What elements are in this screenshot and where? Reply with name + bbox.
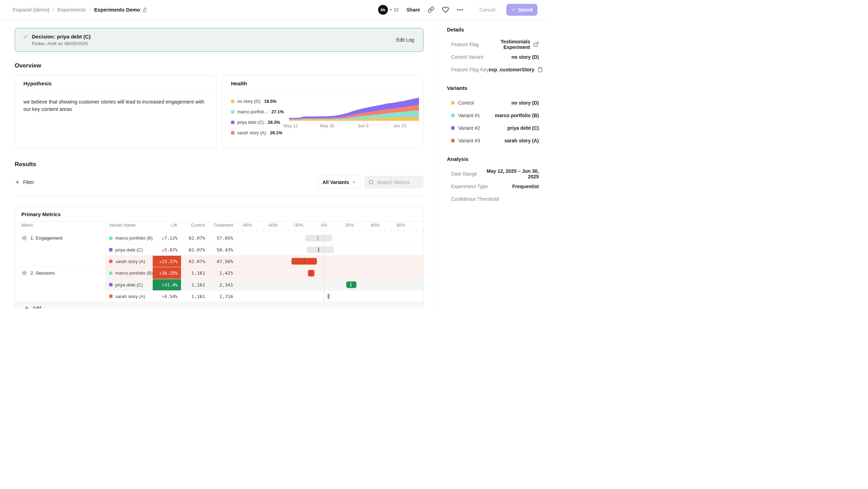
col-variant: Variant Name xyxy=(106,222,153,232)
lift-value: ↓16.25% xyxy=(153,267,181,279)
details-sidebar: Details Feature Flag Testimonials Experi… xyxy=(437,20,548,309)
treatment-value: 1,716 xyxy=(209,291,237,302)
check-icon xyxy=(511,7,516,12)
legend-swatch xyxy=(231,110,234,114)
treatment-value: 58.43% xyxy=(209,244,237,255)
legend-swatch xyxy=(231,131,234,135)
health-legend: no story (D): 18.5% marco portfoli...: 2… xyxy=(231,96,289,141)
lift-value: ↓7.12% xyxy=(153,232,181,244)
table-row[interactable]: marco portfolio (B) ↓16.25% 1,161 1,425 xyxy=(106,267,424,279)
analysis-row: Confidence Threshold xyxy=(447,193,539,205)
main-content: Decision: priya debt (C) Picker, Amit on… xyxy=(0,20,437,309)
edit-log-button[interactable]: Edit Log xyxy=(396,37,414,43)
search-metrics-input[interactable] xyxy=(377,179,419,185)
metric-target-icon xyxy=(21,270,27,276)
table-row[interactable]: priya debt (C) ↑31.4% 1,161 2,341 xyxy=(106,279,424,290)
table-footer: Add xyxy=(15,302,423,309)
search-metrics-box[interactable] xyxy=(364,176,424,189)
saved-button[interactable]: Saved xyxy=(506,4,537,16)
variant-swatch xyxy=(451,139,455,142)
point-estimate xyxy=(311,271,311,275)
decision-banner: Decision: priya debt (C) Picker, Amit on… xyxy=(15,28,424,52)
microscope-icon xyxy=(142,7,148,13)
health-x-axis: May 12 May 26 Jun 9 Jun 23 xyxy=(289,122,419,128)
cancel-button[interactable]: Cancel xyxy=(473,4,502,16)
confidence-interval-cell xyxy=(237,244,424,255)
control-variant-value: no story (D) xyxy=(483,54,539,60)
control-value: 62.07% xyxy=(181,256,209,267)
x-tick-label: Jun 23 xyxy=(393,123,406,128)
favorite-button[interactable] xyxy=(442,6,449,13)
variant-row: Variant #3 sarah story (A) xyxy=(447,134,539,147)
confidence-interval-bar xyxy=(308,270,315,276)
confidence-interval-cell xyxy=(237,232,424,244)
collaborators-count[interactable]: + 12 xyxy=(390,7,399,12)
variant-swatch xyxy=(109,260,113,263)
axis-header: -90% -60% -30% 0% 30% 60% 90% xyxy=(237,222,424,232)
external-link-icon[interactable] xyxy=(533,42,539,47)
stacked-area-chart xyxy=(289,96,419,122)
variant-swatch xyxy=(109,295,113,298)
lift-value: ↑4.54% xyxy=(153,291,181,302)
confidence-interval-cell xyxy=(237,291,424,302)
variants-section: Variants Control no story (D) Variant #1… xyxy=(447,85,539,147)
add-filter-button[interactable]: Filter xyxy=(15,179,34,185)
breadcrumb-current: Experiments Demo xyxy=(94,7,147,13)
confidence-interval-bar xyxy=(291,258,317,265)
results-heading: Results xyxy=(15,161,424,168)
divider xyxy=(15,196,424,196)
confidence-interval-cell xyxy=(237,279,424,290)
variant-swatch xyxy=(109,248,113,251)
table-row[interactable]: marco portfolio (B) ↓7.12% 62.07% 57.65% xyxy=(106,232,424,244)
copy-link-button[interactable] xyxy=(428,6,434,13)
decision-subtitle: Picker, Amit on 08/05/2025 xyxy=(32,41,396,46)
point-estimate xyxy=(328,294,329,299)
variants-dropdown[interactable]: All Variants xyxy=(318,176,361,189)
overview-heading: Overview xyxy=(15,62,424,69)
metric-target-icon xyxy=(21,235,27,241)
legend-item: marco portfoli...: 27.1% xyxy=(231,109,289,114)
chevron-down-icon xyxy=(352,180,356,184)
lift-value: ↑31.4% xyxy=(153,279,181,290)
confidence-interval-cell xyxy=(237,267,424,279)
confidence-interval-bar xyxy=(307,247,334,253)
table-row[interactable]: sarah story (A) ↑4.54% 1,161 1,716 xyxy=(106,290,424,302)
control-value: 62.07% xyxy=(181,232,209,244)
detail-row: Feature Flag Testimonials Experiment xyxy=(447,38,539,51)
confidence-interval-bar xyxy=(326,293,331,300)
detail-row: Control Variant no story (D) xyxy=(447,51,539,63)
clipboard-copy-icon[interactable] xyxy=(537,67,543,72)
table-row[interactable]: sarah story (A) ↓23.37% 62.07% 47.56% xyxy=(106,255,424,267)
metric-sessions[interactable]: 2. Sessions xyxy=(15,267,106,279)
breadcrumb-separator: / xyxy=(89,7,91,13)
feature-flag-value[interactable]: Testimonials Experiment xyxy=(479,39,530,50)
variants-heading: Variants xyxy=(447,85,539,91)
decision-check-icon xyxy=(23,34,28,39)
control-value: 62.07% xyxy=(181,244,209,255)
variant-swatch xyxy=(109,283,113,286)
detail-row: Feature Flag Key exp_customerStory xyxy=(447,63,539,76)
table-row[interactable]: priya debt (C) ↓5.87% 62.07% 58.43% xyxy=(106,244,424,255)
metric-engagement[interactable]: 1. Engagement xyxy=(15,232,106,244)
col-lift: Lift xyxy=(153,222,181,232)
add-metric-button[interactable]: Add xyxy=(24,305,41,309)
breadcrumb-experiments[interactable]: Experiments xyxy=(58,7,86,13)
variant-swatch xyxy=(109,236,113,240)
axis-ticks xyxy=(237,229,424,232)
link-icon xyxy=(428,6,434,13)
share-button[interactable]: Share xyxy=(406,7,420,13)
breadcrumb-project[interactable]: Fixpanel {demo} xyxy=(13,7,49,13)
avatar[interactable]: Ak xyxy=(378,5,388,15)
treatment-value: 1,425 xyxy=(209,267,237,279)
legend-swatch xyxy=(231,121,234,124)
x-tick-label: May 26 xyxy=(320,123,334,128)
variant-swatch xyxy=(109,271,113,275)
point-estimate xyxy=(318,236,318,240)
analysis-section: Analysis Date Range May 12, 2025 – Jun 3… xyxy=(447,156,539,205)
search-icon xyxy=(368,179,374,185)
more-options-button[interactable]: ••• xyxy=(457,7,464,12)
experiment-type-value: Frequentist xyxy=(488,184,539,189)
control-value: 1,161 xyxy=(181,291,209,302)
treatment-value: 57.65% xyxy=(209,232,237,244)
analysis-row: Experiment Type Frequentist xyxy=(447,180,539,193)
